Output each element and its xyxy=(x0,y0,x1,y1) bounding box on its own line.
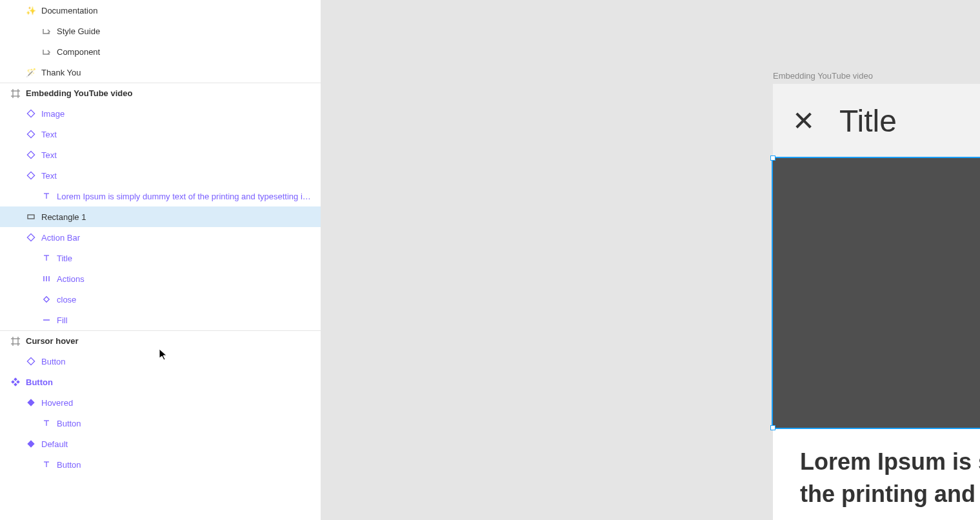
resize-handle[interactable] xyxy=(770,155,775,161)
layer-row[interactable]: Text xyxy=(0,124,321,145)
layer-label: Button xyxy=(41,357,313,366)
layer-label: Button xyxy=(57,419,313,428)
layer-label: Text xyxy=(41,130,313,139)
text-icon xyxy=(41,253,52,263)
layer-row[interactable]: close xyxy=(0,289,321,310)
diamond-icon xyxy=(26,150,36,160)
layer-label: Embedding YouTube video xyxy=(26,88,313,98)
diamond-sm-icon xyxy=(41,294,52,305)
diamond-icon xyxy=(26,232,36,243)
layer-row[interactable]: Button xyxy=(0,454,321,475)
svg-rect-28 xyxy=(27,399,34,406)
rectangle-1[interactable]: 366 × 202 xyxy=(773,158,980,428)
line-icon xyxy=(41,315,52,325)
svg-rect-24 xyxy=(14,377,17,381)
layer-label: Text xyxy=(41,171,313,181)
layer-row[interactable]: 🪄Thank You xyxy=(0,62,321,83)
diamond-icon xyxy=(26,129,36,139)
layer-label: Component xyxy=(57,47,313,57)
layer-label: Style Guide xyxy=(57,26,313,36)
svg-rect-26 xyxy=(11,380,15,384)
svg-rect-27 xyxy=(16,380,20,384)
layer-row[interactable]: Lorem Ipsum is simply dummy text of the … xyxy=(0,186,321,206)
layer-row[interactable]: Hovered xyxy=(0,392,321,413)
layer-row[interactable]: Component xyxy=(0,41,321,62)
diamond-icon xyxy=(26,356,36,366)
layer-row[interactable]: Button xyxy=(0,413,321,434)
action-bar-title[interactable]: Title xyxy=(839,103,897,139)
frame-icon xyxy=(10,88,21,99)
diamond-fill-icon xyxy=(26,397,36,408)
layer-label: close xyxy=(57,295,313,305)
layer-row[interactable]: Image xyxy=(0,103,321,124)
layer-row[interactable]: Text xyxy=(0,145,321,165)
text-icon xyxy=(41,418,52,428)
layer-label: Rectangle 1 xyxy=(41,212,313,222)
text-icon xyxy=(41,191,52,201)
layer-row[interactable]: Text xyxy=(0,165,321,186)
layer-row[interactable]: Embedding YouTube video xyxy=(0,83,321,103)
close-icon[interactable]: ✕ xyxy=(792,108,815,135)
four-diamond-icon xyxy=(10,377,21,387)
selected-rectangle-wrap: 366 × 202 xyxy=(773,158,980,428)
layer-label: Title xyxy=(57,254,313,263)
diamond-icon xyxy=(26,108,36,119)
arrow-into-icon xyxy=(41,46,52,57)
svg-rect-17 xyxy=(44,297,49,302)
action-bar[interactable]: ✕ Title xyxy=(773,84,980,158)
diamond-fill-icon xyxy=(26,439,36,449)
layer-row[interactable]: Rectangle 1 xyxy=(0,206,321,227)
sparkle-icon: ✨ xyxy=(26,5,36,15)
layer-label: Fill xyxy=(57,315,313,325)
layer-row[interactable]: ✨Documentation xyxy=(0,0,321,21)
wand-icon: 🪄 xyxy=(26,67,36,77)
text-icon xyxy=(41,459,52,470)
layers-panel: ✨DocumentationStyle GuideComponent🪄Thank… xyxy=(0,0,321,520)
layer-label: Cursor hover xyxy=(26,336,313,346)
svg-rect-6 xyxy=(27,151,34,158)
rect-icon xyxy=(26,212,36,222)
svg-rect-7 xyxy=(27,172,34,179)
layer-row[interactable]: Cursor hover xyxy=(0,330,321,351)
layer-row[interactable]: Title xyxy=(0,248,321,268)
layer-row[interactable]: Fill xyxy=(0,310,321,330)
layer-label: Default xyxy=(41,439,313,449)
svg-rect-10 xyxy=(28,215,34,219)
canvas[interactable]: Embedding YouTube video ✕ Title 366 × 20 xyxy=(321,0,980,520)
svg-rect-31 xyxy=(27,440,34,447)
svg-rect-11 xyxy=(27,234,34,241)
frame-icon xyxy=(10,336,21,346)
arrow-into-icon xyxy=(41,26,52,36)
svg-rect-23 xyxy=(27,357,34,365)
layer-row[interactable]: Default xyxy=(0,434,321,454)
svg-rect-5 xyxy=(27,130,34,137)
layer-label: Thank You xyxy=(41,68,313,77)
layer-row[interactable]: Style Guide xyxy=(0,21,321,41)
layer-label: Button xyxy=(26,377,313,387)
layer-row[interactable]: Actions xyxy=(0,268,321,289)
layer-label: Button xyxy=(57,460,313,470)
stack-icon xyxy=(41,274,52,284)
layer-row[interactable]: Button xyxy=(0,372,321,392)
layer-row[interactable]: Action Bar xyxy=(0,227,321,248)
layer-row[interactable]: Button xyxy=(0,351,321,372)
layer-label: Lorem Ipsum is simply dummy text of the … xyxy=(57,192,313,201)
svg-rect-4 xyxy=(27,110,34,117)
layer-label: Hovered xyxy=(41,398,313,408)
resize-handle[interactable] xyxy=(770,425,775,430)
frame-embedding-youtube[interactable]: ✕ Title 366 × 202 Lorem Ipsum is simply xyxy=(773,84,980,520)
layer-label: Documentation xyxy=(41,6,313,15)
diamond-icon xyxy=(26,170,36,181)
frame-label[interactable]: Embedding YouTube video xyxy=(773,71,873,81)
layer-label: Action Bar xyxy=(41,233,313,243)
body-text[interactable]: Lorem Ipsum is simply dummy text of the … xyxy=(773,428,980,520)
layer-label: Text xyxy=(41,150,313,160)
svg-rect-25 xyxy=(14,383,17,386)
layer-label: Image xyxy=(41,109,313,119)
layer-label: Actions xyxy=(57,274,313,284)
